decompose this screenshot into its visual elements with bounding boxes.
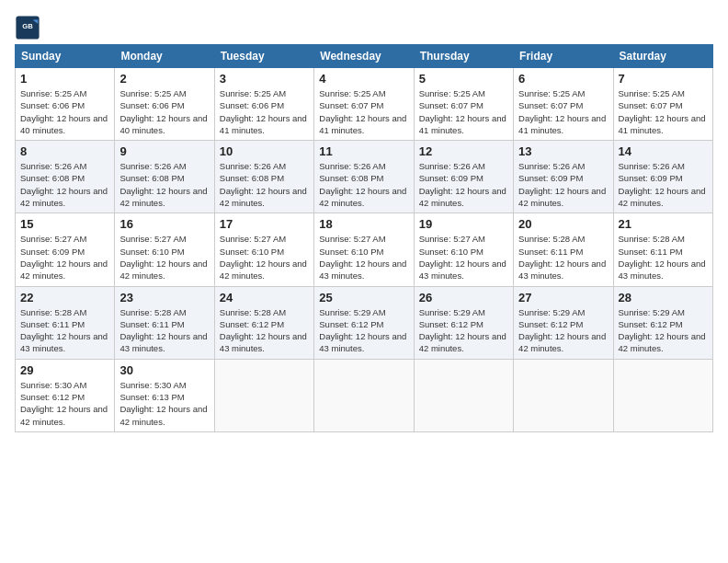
calendar-cell: 6 Sunrise: 5:25 AM Sunset: 6:07 PM Dayli… (514, 68, 613, 141)
calendar-cell: 15 Sunrise: 5:27 AM Sunset: 6:09 PM Dayl… (16, 213, 115, 286)
calendar-cell: 28 Sunrise: 5:29 AM Sunset: 6:12 PM Dayl… (613, 286, 712, 359)
calendar-cell (514, 359, 613, 431)
day-number: 6 (518, 72, 608, 86)
day-number: 14 (619, 144, 708, 158)
calendar-cell: 9 Sunrise: 5:26 AM Sunset: 6:08 PM Dayli… (115, 141, 214, 213)
day-detail: Sunrise: 5:25 AM Sunset: 6:07 PM Dayligh… (518, 87, 608, 136)
day-number: 4 (319, 72, 408, 86)
calendar-cell (214, 359, 313, 431)
logo: GB (15, 15, 44, 40)
calendar-cell: 16 Sunrise: 5:27 AM Sunset: 6:10 PM Dayl… (115, 213, 214, 286)
day-detail: Sunrise: 5:26 AM Sunset: 6:08 PM Dayligh… (119, 160, 209, 209)
weekday-header-tuesday: Tuesday (214, 45, 313, 68)
calendar-cell (414, 359, 513, 431)
day-number: 16 (119, 217, 209, 231)
day-detail: Sunrise: 5:29 AM Sunset: 6:12 PM Dayligh… (619, 306, 708, 355)
day-detail: Sunrise: 5:30 AM Sunset: 6:12 PM Dayligh… (20, 379, 109, 428)
calendar-week-3: 15 Sunrise: 5:27 AM Sunset: 6:09 PM Dayl… (16, 213, 713, 286)
day-detail: Sunrise: 5:28 AM Sunset: 6:12 PM Dayligh… (220, 306, 309, 355)
calendar-cell: 22 Sunrise: 5:28 AM Sunset: 6:11 PM Dayl… (16, 286, 115, 359)
calendar-cell: 27 Sunrise: 5:29 AM Sunset: 6:12 PM Dayl… (514, 286, 613, 359)
svg-text:GB: GB (22, 22, 33, 30)
calendar-cell: 14 Sunrise: 5:26 AM Sunset: 6:09 PM Dayl… (613, 141, 712, 213)
day-detail: Sunrise: 5:27 AM Sunset: 6:10 PM Dayligh… (119, 233, 209, 282)
calendar-cell: 24 Sunrise: 5:28 AM Sunset: 6:12 PM Dayl… (214, 286, 313, 359)
day-detail: Sunrise: 5:25 AM Sunset: 6:06 PM Dayligh… (220, 87, 309, 136)
day-number: 28 (619, 291, 708, 304)
day-number: 30 (119, 363, 209, 377)
day-detail: Sunrise: 5:26 AM Sunset: 6:09 PM Dayligh… (419, 160, 508, 209)
day-number: 3 (220, 72, 309, 86)
calendar-cell: 4 Sunrise: 5:25 AM Sunset: 6:07 PM Dayli… (314, 68, 414, 141)
day-detail: Sunrise: 5:27 AM Sunset: 6:10 PM Dayligh… (419, 233, 508, 282)
calendar-cell: 2 Sunrise: 5:25 AM Sunset: 6:06 PM Dayli… (115, 68, 214, 141)
calendar-cell: 29 Sunrise: 5:30 AM Sunset: 6:12 PM Dayl… (16, 359, 115, 431)
calendar-cell: 30 Sunrise: 5:30 AM Sunset: 6:13 PM Dayl… (115, 359, 214, 431)
logo-icon: GB (15, 15, 40, 40)
calendar-cell (613, 359, 712, 431)
calendar-cell: 19 Sunrise: 5:27 AM Sunset: 6:10 PM Dayl… (414, 213, 513, 286)
day-number: 23 (119, 291, 209, 304)
weekday-header-thursday: Thursday (414, 45, 513, 68)
weekday-header-sunday: Sunday (16, 45, 115, 68)
day-detail: Sunrise: 5:28 AM Sunset: 6:11 PM Dayligh… (619, 233, 708, 282)
day-detail: Sunrise: 5:28 AM Sunset: 6:11 PM Dayligh… (518, 233, 608, 282)
calendar-cell: 5 Sunrise: 5:25 AM Sunset: 6:07 PM Dayli… (414, 68, 513, 141)
calendar-week-4: 22 Sunrise: 5:28 AM Sunset: 6:11 PM Dayl… (16, 286, 713, 359)
weekday-header-monday: Monday (115, 45, 214, 68)
calendar-cell: 23 Sunrise: 5:28 AM Sunset: 6:11 PM Dayl… (115, 286, 214, 359)
day-number: 24 (220, 291, 309, 304)
day-detail: Sunrise: 5:30 AM Sunset: 6:13 PM Dayligh… (119, 379, 209, 428)
day-number: 9 (119, 144, 209, 158)
calendar-cell: 20 Sunrise: 5:28 AM Sunset: 6:11 PM Dayl… (514, 213, 613, 286)
day-detail: Sunrise: 5:25 AM Sunset: 6:07 PM Dayligh… (619, 87, 708, 136)
day-detail: Sunrise: 5:29 AM Sunset: 6:12 PM Dayligh… (419, 306, 508, 355)
weekday-header-saturday: Saturday (613, 45, 712, 68)
day-number: 2 (119, 72, 209, 86)
day-detail: Sunrise: 5:29 AM Sunset: 6:12 PM Dayligh… (518, 306, 608, 355)
day-detail: Sunrise: 5:25 AM Sunset: 6:06 PM Dayligh… (119, 87, 209, 136)
day-number: 21 (619, 217, 708, 231)
day-number: 29 (20, 363, 109, 377)
day-detail: Sunrise: 5:29 AM Sunset: 6:12 PM Dayligh… (319, 306, 408, 355)
calendar-cell: 25 Sunrise: 5:29 AM Sunset: 6:12 PM Dayl… (314, 286, 414, 359)
weekday-header-row: SundayMondayTuesdayWednesdayThursdayFrid… (16, 45, 713, 68)
calendar-cell: 3 Sunrise: 5:25 AM Sunset: 6:06 PM Dayli… (214, 68, 313, 141)
day-number: 18 (319, 217, 408, 231)
day-detail: Sunrise: 5:26 AM Sunset: 6:09 PM Dayligh… (619, 160, 708, 209)
day-number: 8 (20, 144, 109, 158)
day-number: 13 (518, 144, 608, 158)
calendar-cell: 8 Sunrise: 5:26 AM Sunset: 6:08 PM Dayli… (16, 141, 115, 213)
day-detail: Sunrise: 5:28 AM Sunset: 6:11 PM Dayligh… (119, 306, 209, 355)
day-detail: Sunrise: 5:25 AM Sunset: 6:07 PM Dayligh… (319, 87, 408, 136)
calendar-cell: 17 Sunrise: 5:27 AM Sunset: 6:10 PM Dayl… (214, 213, 313, 286)
day-number: 17 (220, 217, 309, 231)
day-number: 7 (619, 72, 708, 86)
calendar-cell: 21 Sunrise: 5:28 AM Sunset: 6:11 PM Dayl… (613, 213, 712, 286)
day-detail: Sunrise: 5:26 AM Sunset: 6:09 PM Dayligh… (518, 160, 608, 209)
day-number: 27 (518, 291, 608, 304)
calendar-cell (314, 359, 414, 431)
day-detail: Sunrise: 5:25 AM Sunset: 6:07 PM Dayligh… (419, 87, 508, 136)
calendar-cell: 10 Sunrise: 5:26 AM Sunset: 6:08 PM Dayl… (214, 141, 313, 213)
calendar-cell: 7 Sunrise: 5:25 AM Sunset: 6:07 PM Dayli… (613, 68, 712, 141)
calendar-table: SundayMondayTuesdayWednesdayThursdayFrid… (15, 44, 713, 432)
day-number: 19 (419, 217, 508, 231)
calendar-week-5: 29 Sunrise: 5:30 AM Sunset: 6:12 PM Dayl… (16, 359, 713, 431)
day-detail: Sunrise: 5:27 AM Sunset: 6:10 PM Dayligh… (220, 233, 309, 282)
calendar-week-1: 1 Sunrise: 5:25 AM Sunset: 6:06 PM Dayli… (16, 68, 713, 141)
calendar-cell: 13 Sunrise: 5:26 AM Sunset: 6:09 PM Dayl… (514, 141, 613, 213)
day-number: 15 (20, 217, 109, 231)
day-number: 26 (419, 291, 508, 304)
day-detail: Sunrise: 5:26 AM Sunset: 6:08 PM Dayligh… (20, 160, 109, 209)
day-number: 12 (419, 144, 508, 158)
day-number: 11 (319, 144, 408, 158)
day-number: 22 (20, 291, 109, 304)
calendar-week-2: 8 Sunrise: 5:26 AM Sunset: 6:08 PM Dayli… (16, 141, 713, 213)
day-detail: Sunrise: 5:27 AM Sunset: 6:09 PM Dayligh… (20, 233, 109, 282)
calendar-cell: 11 Sunrise: 5:26 AM Sunset: 6:08 PM Dayl… (314, 141, 414, 213)
day-number: 1 (20, 72, 109, 86)
day-number: 5 (419, 72, 508, 86)
day-number: 20 (518, 217, 608, 231)
calendar-cell: 18 Sunrise: 5:27 AM Sunset: 6:10 PM Dayl… (314, 213, 414, 286)
